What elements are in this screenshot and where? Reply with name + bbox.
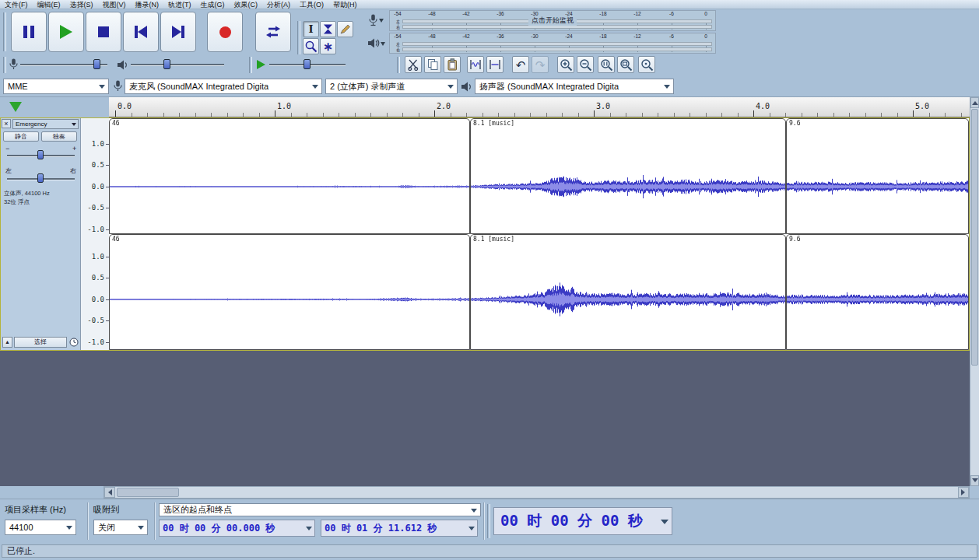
edit-toolbar-grip[interactable] <box>397 57 400 73</box>
stop-button[interactable] <box>86 12 121 52</box>
toolbar-row-1: I ∗ <box>0 9 979 54</box>
audio-position-display[interactable]: 00 时 00 分 00 秒 <box>493 507 672 535</box>
zoom-out-button[interactable] <box>577 56 594 73</box>
track-view-area[interactable]: × Emergency 静音 独奏 − + 左 右 立体声, 44100 Hz … <box>0 117 970 486</box>
trim-outside-selection-button[interactable] <box>467 56 484 73</box>
audio-clip[interactable]: 9.6 <box>786 118 969 234</box>
toolbar-row-2: ↶ ↷ <box>0 54 979 75</box>
copy-button[interactable] <box>424 56 441 73</box>
vertical-scrollbar[interactable] <box>970 97 979 486</box>
menu-transport[interactable]: 播录(N) <box>131 0 164 9</box>
recording-meter-bar[interactable]: -54 -48 -42 -36 -30 -24 -18 -12 -6 0 左 右… <box>389 10 716 31</box>
time-toolbar-grip[interactable] <box>487 504 490 538</box>
play-at-speed-grip[interactable] <box>249 57 252 73</box>
menu-tracks[interactable]: 轨道(T) <box>163 0 196 9</box>
zoom-tool-button[interactable] <box>303 38 319 54</box>
audio-clip[interactable]: 8.1 [music] <box>470 234 786 350</box>
vertical-scale-ruler[interactable]: 1.0 0.5 0.0 -0.5 -1.0 1.0 0.5 0.0 -0.5 -… <box>81 118 109 350</box>
recording-volume-slider[interactable] <box>20 58 107 72</box>
silence-selection-button[interactable] <box>486 56 504 73</box>
skip-to-start-button[interactable] <box>123 12 159 52</box>
track-title-menu[interactable]: Emergency <box>12 119 79 129</box>
redo-button[interactable]: ↷ <box>532 56 549 73</box>
playback-device-select[interactable]: 扬声器 (SoundMAX Integrated Digita <box>475 79 674 94</box>
gain-slider[interactable] <box>7 149 75 162</box>
draw-tool-button[interactable] <box>337 21 353 37</box>
snap-to-select[interactable]: 关闭 <box>93 520 148 535</box>
pause-button[interactable] <box>11 12 47 52</box>
monitor-overlay-text[interactable]: 点击开始监视 <box>528 16 577 26</box>
speaker-icon <box>117 60 129 70</box>
clock-icon[interactable] <box>69 338 79 347</box>
track-title: Emergency <box>16 121 47 128</box>
selection-end-field[interactable]: 00 时 01 分 11.612 秒 <box>321 520 478 537</box>
pan-thumb[interactable] <box>37 173 44 183</box>
zoom-in-button[interactable] <box>557 56 574 73</box>
audacity-window: 文件(F) 编辑(E) 选择(S) 视图(V) 播录(N) 轨道(T) 生成(G… <box>0 0 979 560</box>
scroll-left-button[interactable] <box>104 487 115 498</box>
recording-device-select[interactable]: 麦克风 (SoundMAX Integrated Digita <box>125 79 322 94</box>
envelope-tool-button[interactable] <box>320 21 336 37</box>
track-close-button[interactable]: × <box>2 119 11 128</box>
menu-select[interactable]: 选择(S) <box>65 0 98 9</box>
meter-left-label: 左 <box>396 19 400 24</box>
audio-clip[interactable]: 8.1 [music] <box>470 118 786 234</box>
selection-tool-button[interactable]: I <box>303 21 319 37</box>
playback-volume-slider[interactable] <box>131 58 224 72</box>
multi-tool-button[interactable]: ∗ <box>320 38 336 54</box>
gain-thumb[interactable] <box>37 150 44 159</box>
recording-channels-select[interactable]: 2 (立体声) 录制声道 <box>325 79 458 94</box>
collapse-track-button[interactable]: ▲ <box>2 337 12 348</box>
menu-edit[interactable]: 编辑(E) <box>33 0 65 9</box>
play-speed-thumb[interactable] <box>304 59 311 69</box>
menu-tools[interactable]: 工具(O) <box>295 0 328 9</box>
play-at-speed-icon[interactable] <box>257 60 265 69</box>
scroll-right-button[interactable] <box>958 487 969 498</box>
horizontal-scroll-thumb[interactable] <box>117 488 179 497</box>
mute-button[interactable]: 静音 <box>3 131 39 142</box>
recording-meter-dropdown-icon[interactable] <box>379 19 384 25</box>
timeline-pin-icon[interactable] <box>9 102 22 112</box>
timeline-ruler[interactable]: 0.0 1.0 2.0 3.0 4.0 5.0 <box>109 97 970 117</box>
play-button[interactable] <box>48 12 84 52</box>
fit-selection-button[interactable] <box>598 56 615 73</box>
skip-to-end-button[interactable] <box>160 12 196 52</box>
solo-button[interactable]: 独奏 <box>41 131 77 142</box>
scroll-down-button[interactable] <box>970 475 979 486</box>
selection-start-field[interactable]: 00 时 00 分 00.000 秒 <box>159 520 315 537</box>
waveform-area[interactable]: 46 8.1 [music] 9.6 46 8.1 [music] 9.6 <box>109 118 969 350</box>
horizontal-scrollbar[interactable] <box>104 486 970 499</box>
menu-generate[interactable]: 生成(G) <box>196 0 230 9</box>
audio-clip[interactable]: 46 <box>109 234 470 350</box>
recording-volume-thumb[interactable] <box>93 59 100 69</box>
undo-button[interactable]: ↶ <box>512 56 529 73</box>
zoom-toggle-button[interactable] <box>638 56 655 73</box>
project-rate-select[interactable]: 44100 <box>5 520 76 535</box>
scroll-up-button[interactable] <box>970 97 979 108</box>
audio-host-select[interactable]: MME <box>3 79 109 94</box>
pan-slider[interactable] <box>7 173 75 185</box>
menu-effect[interactable]: 效果(C) <box>230 0 263 9</box>
mixer-toolbar-grip[interactable] <box>3 57 6 73</box>
record-button[interactable] <box>207 12 243 52</box>
playback-volume-thumb[interactable] <box>163 59 170 69</box>
transport-toolbar-grip[interactable] <box>3 12 6 51</box>
clip-label: 46 <box>112 120 120 127</box>
play-speed-slider[interactable] <box>269 58 346 72</box>
audio-clip[interactable]: 46 <box>109 118 470 234</box>
fit-project-button[interactable] <box>617 56 634 73</box>
menu-help[interactable]: 帮助(H) <box>328 0 362 9</box>
selection-mode-select[interactable]: 选区的起点和终点 <box>159 503 481 516</box>
playback-meter-dropdown-icon[interactable] <box>381 42 385 48</box>
audio-clip[interactable]: 9.6 <box>786 234 969 350</box>
vertical-scroll-thumb[interactable] <box>971 109 978 366</box>
menu-analyze[interactable]: 分析(A) <box>262 0 295 9</box>
menu-view[interactable]: 视图(V) <box>98 0 131 9</box>
paste-button[interactable] <box>444 56 461 73</box>
tools-toolbar-grip[interactable] <box>297 21 300 54</box>
loop-button[interactable] <box>255 12 291 52</box>
menu-file[interactable]: 文件(F) <box>0 0 33 9</box>
track-select-button[interactable]: 选择 <box>14 337 67 348</box>
playback-meter-bar[interactable]: -54 -48 -42 -36 -30 -24 -18 -12 -6 0 左 右 <box>389 33 716 54</box>
cut-button[interactable] <box>405 56 422 73</box>
